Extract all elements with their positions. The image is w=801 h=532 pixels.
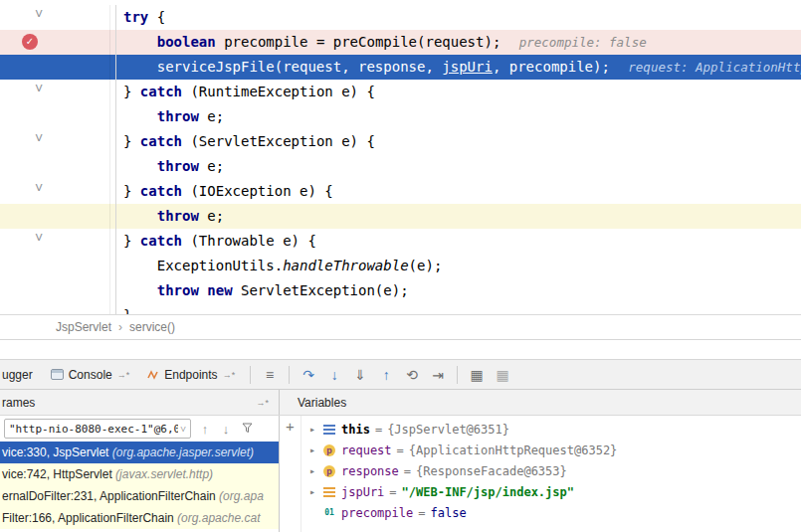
next-frame-icon[interactable]: ↓ [219,422,233,437]
code-line[interactable]: throw new ServletException(e); [0,278,801,303]
variable-row-jspuri[interactable]: ▸ jspUri = "/WEB-INF/jsp/index.jsp" [301,481,801,502]
drop-frame-icon[interactable]: ⟲ [399,367,425,383]
code-plain: e; [199,208,224,224]
code-identifier-underlined[interactable]: jspUri [442,59,493,75]
code-plain [123,34,157,50]
fold-arrow-icon[interactable]: ˅ [35,176,43,201]
code-line[interactable]: throw e; [0,104,801,129]
breadcrumb-class[interactable]: JspServlet [56,320,111,334]
breakpoint-verified-icon[interactable]: ✓ [22,34,38,50]
code-line[interactable]: throw e; [0,154,801,179]
expand-chevron-icon[interactable]: ▸ [307,424,317,435]
layout-menu-icon[interactable]: ≡ [257,367,283,383]
editor-gutter[interactable] [0,254,116,278]
breadcrumb: JspServlet › service() [0,314,801,339]
breakpoint-line[interactable]: ✓ boolean precompile = preCompile(reques… [0,30,801,55]
code-plain: } [123,133,140,149]
equals-sign: = [404,464,411,478]
evaluate-grid-icon[interactable]: ▦ [464,367,490,383]
frame-row[interactable]: ernalDoFilter:231, ApplicationFilterChai… [0,485,279,507]
fold-arrow-icon[interactable]: ˅ [35,2,43,27]
variables-toolbar: + [280,416,301,532]
debugger-inline-hint: request: ApplicationHttpRe [628,60,801,75]
step-into-icon[interactable]: ↓ [321,367,347,383]
jump-arrow-icon: →* [223,370,236,380]
step-out-icon[interactable]: ↑ [373,367,399,383]
code-static-method: handleThrowable [283,258,408,273]
ide-debug-view: ˅ try { ✓ boolean precompile = preCompil… [0,0,801,532]
code-line[interactable]: ˅ } catch (ServletException e) { [0,129,801,154]
code-line[interactable]: ˅ } catch (IOException e) { [0,179,801,204]
fold-arrow-icon[interactable]: ˅ [35,126,43,151]
editor-gutter[interactable] [0,204,116,229]
code-plain [123,282,157,298]
add-watch-icon[interactable]: + [286,418,295,436]
editor-gutter[interactable]: ˅ [0,5,116,30]
code-line[interactable]: } [0,303,801,314]
filter-icon[interactable] [240,422,254,437]
force-step-into-icon[interactable]: ⇓ [347,367,373,383]
run-to-cursor-icon[interactable]: ⇥ [425,367,451,383]
code-line[interactable]: ExceptionUtils.handleThrowable(e); [0,254,801,278]
variable-row-response[interactable]: ▸ p response = {ResponseFacade@6353} [301,460,801,481]
variable-row-this[interactable]: ▸ this = {JspServlet@6351} [301,419,801,440]
editor-gutter[interactable] [0,303,116,314]
tab-console[interactable]: Console →* [42,360,139,389]
code-line[interactable]: ˅ try { [0,5,801,30]
execution-line[interactable]: serviceJspFile(request, response, jspUri… [0,55,801,80]
frame-row-selected[interactable]: vice:330, JspServlet (org.apache.jasper.… [0,442,279,463]
coverage-grid-icon[interactable]: ▦ [490,367,515,383]
tool-window-splitter[interactable] [0,339,801,359]
editor-gutter[interactable]: ˅ [0,129,116,154]
tab-label: Endpoints [164,368,217,382]
code-text: boolean precompile = preCompile(request)… [116,30,647,55]
code-text: } catch (Throwable e) { [116,229,316,254]
fold-arrow-icon[interactable]: ˅ [35,226,43,251]
expand-chevron-icon[interactable]: ▸ [307,465,317,476]
frame-location: vice:742, HttpServlet [2,467,115,481]
code-text: throw e; [116,204,224,229]
editor-gutter[interactable]: ˅ [0,179,116,204]
variable-row-precompile[interactable]: 01 precompile = false [301,502,801,523]
tab-endpoints[interactable]: Endpoints →* [138,360,244,389]
editor-gutter[interactable]: ˅ [0,80,116,104]
primitive-icon: 01 [322,508,336,518]
equals-sign: = [397,443,404,457]
code-plain: ServletException(e); [233,282,409,298]
variables-panel-header[interactable]: Variables [280,396,801,410]
code-keyword: catch [140,84,182,99]
frame-location: ernalDoFilter:231, ApplicationFilterChai… [2,489,219,503]
equals-sign: = [418,506,425,520]
expand-chevron-icon[interactable]: ▸ [307,444,317,455]
variable-value: false [430,506,466,520]
code-editor[interactable]: ˅ try { ✓ boolean precompile = preCompil… [0,0,801,314]
code-line[interactable]: ˅ } catch (Throwable e) { [0,229,801,254]
parameter-icon: p [322,444,336,456]
editor-gutter[interactable] [0,154,116,179]
editor-gutter[interactable]: ˅ [0,229,116,254]
code-plain: precompile = preCompile(request); [216,34,509,50]
frame-package: (org.apache.cat [177,511,260,525]
tab-debugger[interactable]: ugger [0,360,42,389]
code-line[interactable]: ˅ } catch (RuntimeException e) { [0,80,801,104]
expand-chevron-icon[interactable]: ▸ [307,486,317,497]
breadcrumb-method[interactable]: service() [129,320,175,334]
code-line-highlighted[interactable]: throw e; [0,204,801,229]
step-over-icon[interactable]: ↷ [296,367,321,383]
editor-gutter[interactable] [0,55,116,80]
editor-gutter[interactable]: ✓ [0,30,116,55]
frame-row[interactable]: Filter:166, ApplicationFilterChain (org.… [0,507,279,529]
frame-row[interactable]: vice:742, HttpServlet (javax.servlet.htt… [0,463,279,485]
thread-selector[interactable]: "http-nio-8080-exec-1"@6,0… ˅ [4,419,191,439]
variable-name: request [341,443,392,457]
editor-gutter[interactable] [0,278,116,303]
variable-row-request[interactable]: ▸ p request = {ApplicationHttpRequest@63… [301,440,801,460]
code-plain [123,108,157,124]
previous-frame-icon[interactable]: ↑ [198,422,212,437]
fold-arrow-icon[interactable]: ˅ [35,77,43,101]
jump-arrow-icon: →* [256,398,269,408]
tab-label: ugger [2,368,33,382]
frames-panel-header[interactable]: rames →* [0,390,280,415]
parameter-icon: p [322,465,336,477]
editor-gutter[interactable] [0,104,116,129]
